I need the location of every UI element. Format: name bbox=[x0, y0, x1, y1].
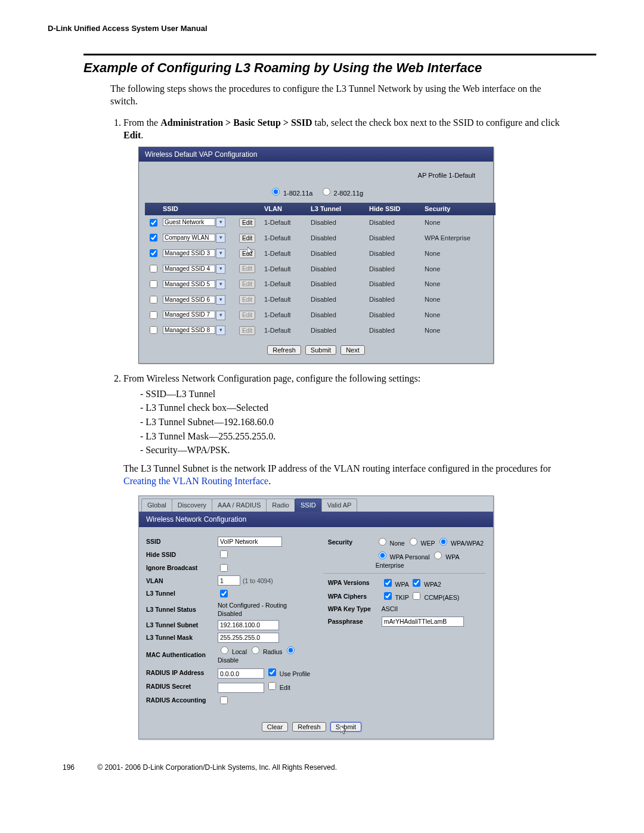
edit-button: Edit bbox=[239, 311, 255, 320]
copyright-text: © 2001- 2006 D-Link Corporation/D-Link S… bbox=[97, 763, 337, 772]
intro-text: The following steps shows the procedures… bbox=[110, 83, 561, 108]
chevron-down-icon[interactable]: ▾ bbox=[216, 311, 225, 320]
vap-table-header: SSID VLAN L3 Tunnel Hide SSID Security bbox=[145, 203, 496, 215]
chevron-down-icon[interactable]: ▾ bbox=[216, 218, 225, 227]
ssid-field[interactable] bbox=[163, 280, 215, 288]
row-checkbox[interactable] bbox=[150, 234, 157, 241]
cipher-tkip[interactable]: TKIP bbox=[382, 594, 409, 601]
cipher-ccmp[interactable]: CCMP(AES) bbox=[410, 594, 459, 601]
chevron-down-icon[interactable]: ▾ bbox=[216, 280, 225, 289]
ssid-field[interactable] bbox=[163, 326, 215, 334]
passphrase-input[interactable] bbox=[382, 617, 464, 627]
chevron-down-icon[interactable]: ▾ bbox=[216, 295, 225, 305]
tab-aaa-radius[interactable]: AAA / RADIUS bbox=[212, 498, 267, 512]
edit-button: Edit bbox=[239, 264, 255, 273]
radius-secret-input[interactable] bbox=[218, 683, 264, 693]
sec-wpa[interactable]: WPA/WPA2 bbox=[436, 540, 484, 547]
l3-tunnel-checkbox[interactable] bbox=[220, 590, 228, 597]
submit-button[interactable]: Submit bbox=[305, 345, 336, 355]
sec-none[interactable]: None bbox=[376, 540, 405, 547]
l3-mask-input[interactable] bbox=[218, 633, 279, 643]
ssid-field[interactable] bbox=[163, 311, 215, 318]
hide-ssid-checkbox[interactable] bbox=[220, 550, 228, 558]
row-checkbox[interactable] bbox=[150, 265, 157, 272]
vlan-input[interactable] bbox=[218, 575, 240, 586]
ssid-field[interactable] bbox=[163, 249, 215, 257]
ver-wpa2[interactable]: WPA2 bbox=[410, 581, 441, 588]
radio-80211g[interactable]: 2-802.11g bbox=[320, 190, 364, 197]
tab-ssid[interactable]: SSID bbox=[295, 498, 322, 512]
list-item: L3 Tunnel Subnet—192.168.60.0 bbox=[140, 416, 561, 429]
sec-wep[interactable]: WEP bbox=[407, 540, 435, 547]
row-checkbox[interactable] bbox=[150, 326, 157, 334]
list-item: SSID—L3 Tunnel bbox=[140, 388, 561, 401]
edit-button: Edit bbox=[239, 280, 255, 289]
refresh-button[interactable]: Refresh bbox=[267, 345, 301, 355]
table-row: ▾Edit1-DefaultDisabledDisabledNone bbox=[145, 215, 496, 231]
section-rule bbox=[83, 54, 596, 55]
row-checkbox[interactable] bbox=[150, 311, 157, 319]
row-checkbox[interactable] bbox=[150, 296, 157, 304]
step-1: From the Administration > Basic Setup > … bbox=[123, 116, 561, 364]
row-checkbox[interactable] bbox=[150, 219, 157, 227]
radius-accounting-checkbox[interactable] bbox=[220, 696, 228, 704]
table-row: ▾Edit1-DefaultDisabledDisabledNone bbox=[145, 261, 496, 277]
ssid-input[interactable] bbox=[218, 537, 282, 547]
l3-subnet-input[interactable] bbox=[218, 620, 279, 630]
keytype-value: ASCII bbox=[382, 605, 486, 613]
config-tabs: GlobalDiscoveryAAA / RADIUSRadioSSIDVali… bbox=[139, 496, 493, 512]
chevron-down-icon[interactable]: ▾ bbox=[216, 326, 225, 335]
ignore-broadcast-checkbox[interactable] bbox=[220, 564, 228, 572]
table-row: ▾Edit1-DefaultDisabledDisabledNone bbox=[145, 277, 496, 292]
screenshot-wireless-config: GlobalDiscoveryAAA / RADIUSRadioSSIDVali… bbox=[138, 496, 494, 739]
cursor-icon bbox=[340, 726, 348, 735]
chevron-down-icon[interactable]: ▾ bbox=[216, 264, 225, 274]
chevron-down-icon[interactable]: ▾ bbox=[216, 233, 225, 243]
ssid-field[interactable] bbox=[163, 234, 215, 241]
table-row: ▾Edit1-DefaultDisabledDisabledNone bbox=[145, 246, 496, 261]
list-item: L3 Tunnel check box—Selected bbox=[140, 401, 561, 414]
table-row: ▾Edit1-DefaultDisabledDisabledNone bbox=[145, 308, 496, 323]
vlan-routing-link[interactable]: Creating the VLAN Routing Interface bbox=[123, 476, 268, 486]
wireless-config-title: Wireless Network Configuration bbox=[139, 512, 493, 527]
next-button[interactable]: Next bbox=[340, 345, 365, 355]
row-checkbox[interactable] bbox=[150, 249, 157, 257]
macauth-local[interactable]: Local bbox=[218, 648, 247, 655]
list-item: L3 Tunnel Mask—255.255.255.0. bbox=[140, 430, 561, 443]
screenshot-vap-config: Wireless Default VAP Configuration AP Pr… bbox=[138, 147, 494, 364]
step-2: From Wireless Network Configuration page… bbox=[123, 372, 561, 739]
ssid-field[interactable] bbox=[163, 296, 215, 304]
tab-global[interactable]: Global bbox=[141, 498, 172, 512]
clear-button[interactable]: Clear bbox=[262, 722, 288, 732]
page-footer: 196 © 2001- 2006 D-Link Corporation/D-Li… bbox=[48, 763, 596, 772]
page-number: 196 bbox=[63, 763, 95, 772]
ssid-field[interactable] bbox=[163, 265, 215, 272]
edit-button: Edit bbox=[239, 326, 255, 335]
section-title: Example of Configuring L3 Roaming by Usi… bbox=[83, 60, 596, 76]
refresh-button-2[interactable]: Refresh bbox=[292, 722, 326, 732]
ap-profile-label: AP Profile 1-Default bbox=[145, 168, 487, 186]
sec-personal[interactable]: WPA Personal bbox=[376, 553, 430, 561]
cursor-icon bbox=[247, 247, 255, 256]
edit-button[interactable]: Edit bbox=[239, 234, 255, 243]
tab-discovery[interactable]: Discovery bbox=[172, 498, 212, 512]
table-row: ▾Edit1-DefaultDisabledDisabledWPA Enterp… bbox=[145, 230, 496, 246]
ssid-field[interactable] bbox=[163, 218, 215, 226]
secret-edit-checkbox[interactable]: Edit bbox=[266, 684, 290, 691]
macauth-radius[interactable]: Radius bbox=[249, 648, 283, 655]
radius-ip-input[interactable] bbox=[218, 668, 264, 679]
edit-button: Edit bbox=[239, 295, 255, 304]
use-profile-checkbox[interactable]: Use Profile bbox=[266, 670, 310, 677]
table-row: ▾Edit1-DefaultDisabledDisabledNone bbox=[145, 323, 496, 338]
radio-80211a[interactable]: 1-802.11a bbox=[269, 190, 313, 197]
row-checkbox[interactable] bbox=[150, 280, 157, 288]
l3-status-value: Not Configured - Routing Disabled bbox=[218, 601, 312, 618]
tab-radio[interactable]: Radio bbox=[266, 498, 295, 512]
manual-header: D-Link Unified Access System User Manual bbox=[48, 24, 596, 33]
chevron-down-icon[interactable]: ▾ bbox=[216, 249, 225, 258]
edit-button[interactable]: Edit bbox=[239, 218, 255, 227]
ver-wpa[interactable]: WPA bbox=[382, 581, 408, 588]
tab-valid-ap[interactable]: Valid AP bbox=[321, 498, 358, 512]
table-row: ▾Edit1-DefaultDisabledDisabledNone bbox=[145, 292, 496, 308]
list-item: Security—WPA/PSK. bbox=[140, 444, 561, 457]
